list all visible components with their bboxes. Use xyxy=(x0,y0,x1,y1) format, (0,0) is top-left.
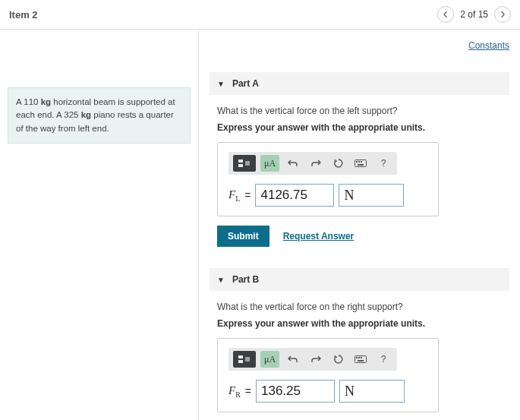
part-b-answer-row: FR = xyxy=(228,380,427,403)
chevron-left-icon xyxy=(443,11,449,17)
template-icon[interactable] xyxy=(233,351,256,368)
constants-link[interactable]: Constants xyxy=(468,40,509,51)
part-b-toolbar: μA ? xyxy=(228,348,397,371)
part-b-body: What is the vertical force on the right … xyxy=(210,302,509,420)
answer-column: Constants ▼ Part A What is the vertical … xyxy=(199,30,520,420)
part-a-question: What is the vertical force on the left s… xyxy=(217,106,502,116)
chevron-right-icon xyxy=(500,11,506,17)
redo-button[interactable] xyxy=(307,351,325,368)
svg-rect-14 xyxy=(361,357,362,358)
redo-icon xyxy=(310,159,321,168)
position-text: 2 of 15 xyxy=(460,9,488,20)
svg-rect-12 xyxy=(356,357,358,358)
parts-container: ▼ Part A What is the vertical force on t… xyxy=(199,30,520,420)
part-a-instruct: Express your answer with the appropriate… xyxy=(217,122,502,133)
next-button[interactable] xyxy=(494,6,511,23)
keyboard-button[interactable] xyxy=(352,155,370,172)
svg-rect-8 xyxy=(238,355,243,358)
part-b-variable: FR xyxy=(228,384,241,399)
help-button[interactable]: ? xyxy=(374,155,392,172)
part-a-variable: FL xyxy=(228,188,240,203)
svg-rect-5 xyxy=(358,161,360,163)
var-sub: L xyxy=(235,194,240,203)
part-a-unit-input[interactable] xyxy=(339,184,404,207)
problem-column: A 110 kg horizontal beam is supported at… xyxy=(0,30,199,420)
undo-icon xyxy=(288,355,298,364)
var-sub: R xyxy=(235,390,241,399)
equals-sign: = xyxy=(244,189,251,201)
caret-down-icon: ▼ xyxy=(217,80,225,88)
var-main: F xyxy=(228,384,235,396)
keyboard-icon xyxy=(355,355,367,363)
template-icon[interactable] xyxy=(233,155,256,172)
part-a-toolbar: μA ? xyxy=(228,152,397,175)
svg-rect-11 xyxy=(355,356,367,363)
symbol-button[interactable]: μA xyxy=(260,351,280,368)
part-b-question: What is the vertical force on the right … xyxy=(217,302,502,312)
problem-statement: A 110 kg horizontal beam is supported at… xyxy=(8,87,191,144)
svg-rect-3 xyxy=(355,160,367,167)
keyboard-icon xyxy=(355,159,367,167)
svg-rect-13 xyxy=(358,357,360,358)
svg-rect-1 xyxy=(238,164,243,167)
undo-button[interactable] xyxy=(284,155,302,172)
reset-button[interactable] xyxy=(329,155,348,172)
redo-icon xyxy=(310,355,321,364)
part-a-request-link[interactable]: Request Answer xyxy=(283,231,355,242)
redo-button[interactable] xyxy=(307,155,325,172)
reset-icon xyxy=(333,158,344,169)
symbol-button[interactable]: μA xyxy=(260,155,280,172)
undo-icon xyxy=(288,159,298,168)
svg-rect-15 xyxy=(358,360,364,362)
problem-text-1: A 110 xyxy=(16,97,41,106)
part-b-title: Part B xyxy=(232,274,259,285)
undo-button[interactable] xyxy=(284,351,302,368)
reset-icon xyxy=(333,354,344,365)
reset-button[interactable] xyxy=(329,351,348,368)
svg-rect-0 xyxy=(238,159,243,163)
part-a-body: What is the vertical force on the left s… xyxy=(210,106,509,268)
part-a-header[interactable]: ▼ Part A xyxy=(210,72,509,95)
part-a-actions: Submit Request Answer xyxy=(217,226,502,247)
equals-sign: = xyxy=(245,385,251,397)
nav-group: 2 of 15 xyxy=(437,6,511,23)
svg-rect-7 xyxy=(358,164,364,166)
prev-button[interactable] xyxy=(437,6,454,23)
part-a-value-input[interactable] xyxy=(255,184,334,207)
part-b-header[interactable]: ▼ Part B xyxy=(210,268,509,291)
part-a-answer-box: μA ? xyxy=(217,142,439,216)
part-a-submit-button[interactable]: Submit xyxy=(217,226,269,247)
item-title: Item 2 xyxy=(9,9,38,21)
svg-rect-10 xyxy=(245,357,250,362)
caret-down-icon: ▼ xyxy=(217,276,225,284)
mass-unit-1: kg xyxy=(41,97,51,106)
help-button[interactable]: ? xyxy=(374,351,392,368)
part-a-title: Part A xyxy=(232,78,259,89)
main-layout: A 110 kg horizontal beam is supported at… xyxy=(0,30,520,420)
keyboard-button[interactable] xyxy=(352,351,370,368)
part-b-unit-input[interactable] xyxy=(339,380,405,403)
part-b-answer-box: μA ? xyxy=(217,338,439,412)
svg-rect-6 xyxy=(361,161,362,163)
fraction-icon xyxy=(238,159,251,168)
fraction-icon xyxy=(238,355,251,364)
header-bar: Item 2 2 of 15 xyxy=(0,0,520,30)
svg-rect-9 xyxy=(238,360,243,363)
part-a-answer-row: FL = xyxy=(228,184,427,207)
part-b-instruct: Express your answer with the appropriate… xyxy=(217,318,502,329)
part-b-value-input[interactable] xyxy=(256,380,335,403)
svg-rect-4 xyxy=(356,161,358,163)
var-main: F xyxy=(228,188,235,201)
mass-unit-2: kg xyxy=(81,110,91,119)
svg-rect-2 xyxy=(245,161,250,166)
